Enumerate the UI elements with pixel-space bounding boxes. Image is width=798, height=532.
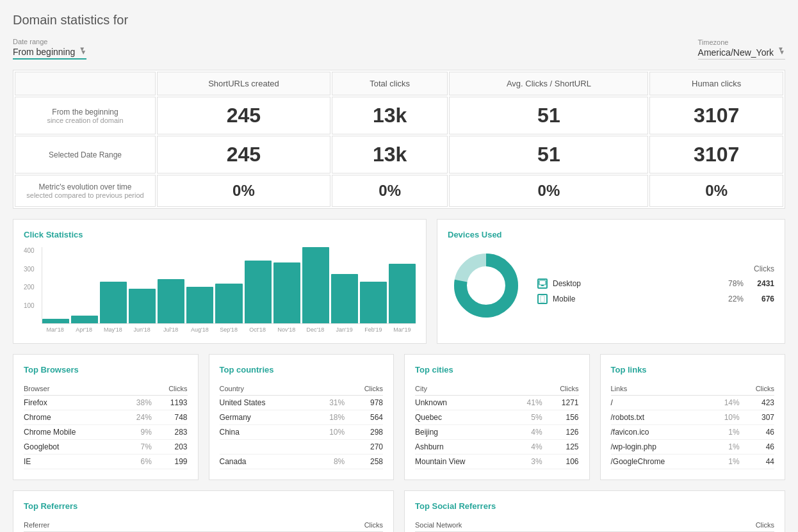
table-row: United States 31% 978	[220, 396, 384, 410]
val-evolution-shorturls: 0%	[157, 175, 330, 207]
row-clicks: 564	[345, 410, 383, 425]
y-label-100: 100	[24, 302, 42, 309]
row-pct: 1%	[711, 425, 739, 440]
row-clicks: 258	[345, 455, 383, 469]
val-daterange-totalclicks: 13k	[332, 136, 448, 173]
click-stats-card: Click Statistics 100 200 300 400 Mar'18A…	[13, 219, 427, 344]
top-links-title: Top links	[611, 365, 775, 375]
table-row: China 10% 298	[220, 425, 384, 440]
bar-x-label-item: Jun'18	[128, 326, 155, 333]
cities-col-pct	[512, 382, 542, 396]
bar-x-label-item: Sep'18	[215, 326, 242, 333]
row-name: /	[611, 396, 712, 410]
row-pct: 14%	[711, 396, 739, 410]
table-row: Canada 8% 258	[220, 455, 384, 469]
row-name: Unknown	[415, 396, 512, 410]
links-col-pct	[711, 382, 739, 396]
table-row: /favicon.ico 1% 46	[611, 425, 775, 440]
val-beginning-humanclicks: 3107	[649, 97, 783, 134]
row-name: IE	[24, 455, 122, 469]
timezone-chevron[interactable]: ▼	[779, 49, 785, 56]
row-clicks: 106	[542, 455, 579, 469]
row-pct: 10%	[313, 425, 345, 440]
row-clicks: 1193	[152, 396, 188, 410]
bar-x-label-item: Jan'19	[331, 326, 358, 333]
bar-x-label-item: Mar'18	[42, 326, 69, 333]
row-name: /GoogleChrome	[611, 455, 712, 469]
row-clicks: 156	[542, 410, 579, 425]
top-countries-title: Top countries	[220, 365, 384, 375]
date-range-chevron[interactable]: ▼	[80, 49, 86, 56]
row-clicks: 423	[740, 396, 774, 410]
date-range-value[interactable]: From beginning	[13, 47, 75, 57]
val-beginning-totalclicks: 13k	[332, 97, 448, 134]
tables-row-1: Top Browsers Browser Clicks Firefox 38% …	[13, 354, 785, 480]
bar-x-label-item: Apr'18	[70, 326, 97, 333]
val-daterange-shorturls: 245	[157, 136, 330, 173]
bar-item	[245, 261, 272, 323]
social-col-clicks: Clicks	[687, 519, 774, 532]
val-evolution-avgclicks: 0%	[449, 175, 648, 207]
top-browsers-table: Browser Clicks Firefox 38% 1193 Chrome 2…	[24, 382, 188, 469]
desktop-icon	[537, 278, 548, 289]
row-pct: 9%	[122, 425, 152, 440]
row-name: Ashburn	[415, 440, 512, 455]
bar-item	[129, 289, 156, 323]
top-social-title: Top Social Referrers	[415, 501, 774, 511]
top-cities-title: Top cities	[415, 365, 579, 375]
social-col-pct	[635, 519, 687, 532]
row-pct	[313, 440, 345, 455]
row-name: Canada	[220, 455, 314, 469]
bar-item	[215, 284, 242, 323]
col-header-avgclicks: Avg. Clicks / ShortURL	[449, 72, 648, 95]
row-clicks: 748	[152, 410, 188, 425]
row-pct: 5%	[512, 410, 542, 425]
countries-col-clicks: Clicks	[345, 382, 383, 396]
row-clicks: 978	[345, 396, 383, 410]
mobile-name: Mobile	[553, 294, 715, 303]
top-social-card: Top Social Referrers Social Network Clic…	[404, 490, 785, 532]
top-links-table: Links Clicks / 14% 423 /robots.txt 10% 3…	[611, 382, 775, 469]
row-pct: 24%	[122, 410, 152, 425]
row-name	[220, 440, 314, 455]
bar-x-labels: Mar'18Apr'18May'18Jun'18Jul'18Aug'18Sep'…	[42, 326, 416, 333]
stats-row-evolution: Metric's evolution over time selected co…	[15, 175, 783, 207]
row-pct: 10%	[711, 410, 739, 425]
devices-content: Clicks Desktop 78% 2431 Mobile 22%	[448, 247, 774, 326]
col-header-totalclicks: Total clicks	[332, 72, 448, 95]
top-referrers-title: Top Referrers	[24, 501, 383, 511]
table-row: /GoogleChrome 1% 44	[611, 455, 775, 469]
row-pct: 8%	[313, 455, 345, 469]
y-label-300: 300	[24, 266, 42, 273]
row-pct: 1%	[711, 455, 739, 469]
bar-item	[186, 287, 213, 323]
stats-row-daterange: Selected Date Range 245 13k 51 3107	[15, 136, 783, 173]
row-name: Germany	[220, 410, 314, 425]
row-name: Beijing	[415, 425, 512, 440]
row-clicks: 125	[542, 440, 579, 455]
row-clicks: 46	[740, 440, 774, 455]
desktop-pct: 78%	[721, 279, 744, 288]
row-name: /favicon.ico	[611, 425, 712, 440]
referrers-col-clicks: Clicks	[316, 519, 383, 532]
referrers-col-pct	[261, 519, 316, 532]
row-name: Chrome Mobile	[24, 425, 122, 440]
timezone-wrapper: Timezone America/New_York ▼	[698, 38, 785, 60]
links-col-link: Links	[611, 382, 712, 396]
bar-x-label-item: Mar'19	[389, 326, 416, 333]
social-col-network: Social Network	[415, 519, 635, 532]
bar-item	[331, 274, 358, 323]
bar-item	[360, 282, 387, 323]
browsers-col-clicks: Clicks	[152, 382, 188, 396]
timezone-value[interactable]: America/New_York	[698, 47, 774, 58]
top-browsers-title: Top Browsers	[24, 365, 188, 375]
table-row: Mountain View 3% 106	[415, 455, 579, 469]
browsers-col-pct	[122, 382, 152, 396]
mobile-icon	[537, 294, 548, 304]
bar-item	[302, 247, 329, 323]
bar-x-label-item: Aug'18	[186, 326, 213, 333]
row-pct: 41%	[512, 396, 542, 410]
controls-row: Date range From beginning ▼ Timezone Ame…	[13, 38, 785, 60]
row-clicks: 203	[152, 440, 188, 455]
bar-chart-bars	[42, 247, 416, 324]
